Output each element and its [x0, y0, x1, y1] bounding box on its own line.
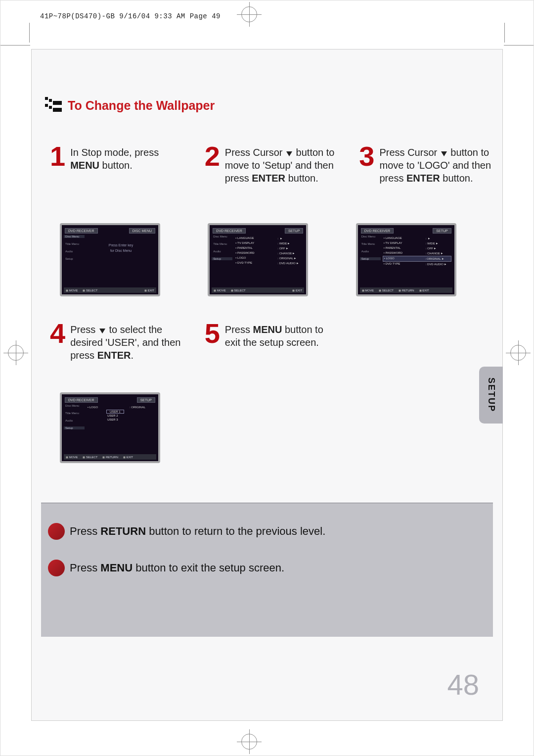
note-return: Press RETURN button to return to the pre… [48, 523, 493, 540]
osd-logo-options: DVD RECEIVER SETUP Disc Menu Title Menu … [60, 392, 160, 463]
osd-right-badge: DISC MENU [129, 228, 155, 234]
osd-left-badge: DVD RECEIVER [361, 228, 394, 234]
note-menu: Press MENU button to exit the setup scre… [48, 560, 493, 576]
step-1: 1 In Stop mode, press MENU button. [50, 144, 185, 185]
osd-body: LANGUAGE TV DISPLAYWIDE PARENTALOFF PASS… [383, 236, 451, 267]
osd-shots-row: DVD RECEIVER DISC MENU Disc Menu Title M… [60, 223, 484, 296]
step-4: 4 Press to select the desired 'USER', an… [50, 321, 185, 362]
crop-mark [504, 45, 534, 46]
osd-disc-menu: DVD RECEIVER DISC MENU Disc Menu Title M… [60, 223, 160, 296]
manual-page: { "header": { "print_info": "41P~78P(DS4… [0, 0, 534, 756]
osd-setup-logo-highlight: DVD RECEIVER SETUP Disc Menu Title Menu … [356, 223, 456, 296]
osd-footer: MOVE SELECT RETURN EXIT [360, 287, 452, 293]
step-number: 4 [50, 321, 65, 346]
osd-left-badge: DVD RECEIVER [65, 397, 98, 403]
osd-right-badge: SETUP [433, 228, 451, 234]
step-3: 3 Press Cursor button to move to 'LOGO' … [359, 144, 494, 185]
step-text: Press to select the desired 'USER', and … [70, 321, 185, 362]
note-text: Press RETURN button to return to the pre… [70, 525, 325, 538]
osd-body: LOGOORIGINAL USER 1 USER 2 USER 3 [87, 405, 155, 422]
note-text: Press MENU button to exit the setup scre… [70, 562, 284, 574]
step-number: 2 [205, 144, 220, 169]
osd-right-badge: SETUP [137, 397, 155, 403]
crop-mark [504, 23, 505, 43]
step-text: Press Cursor button to move to 'Setup' a… [225, 144, 340, 185]
pixel-arrow-icon [45, 97, 64, 114]
osd-sidebar: Disc Menu Title Menu Audio Setup [212, 235, 232, 265]
cursor-down-icon [286, 151, 292, 156]
step-2: 2 Press Cursor button to move to 'Setup'… [205, 144, 340, 185]
section-title: To Change the Wallpaper [45, 97, 215, 114]
notes-block: Press RETURN button to return to the pre… [41, 503, 493, 637]
crop-mark [0, 45, 30, 46]
side-tab-setup: SETUP [479, 367, 503, 424]
crop-mark [29, 23, 30, 43]
print-header: 41P~78P(DS470)-GB 9/16/04 9:33 AM Page 4… [40, 12, 221, 20]
osd-footer: MOVE SELECT EXIT [64, 287, 156, 293]
osd-shots-row-2: DVD RECEIVER SETUP Disc Menu Title Menu … [60, 392, 160, 463]
osd-left-badge: DVD RECEIVER [65, 228, 98, 234]
osd-body: LANGUAGE TV DISPLAYWIDE PARENTALOFF PASS… [234, 236, 303, 266]
registration-mark-icon [8, 345, 24, 361]
step-text: In Stop mode, press MENU button. [70, 144, 185, 172]
page-number: 48 [447, 668, 479, 701]
side-tab-label: SETUP [486, 378, 496, 412]
registration-mark-icon [510, 345, 526, 361]
osd-setup-menu: DVD RECEIVER SETUP Disc Menu Title Menu … [208, 223, 308, 296]
step-number: 3 [359, 144, 374, 169]
registration-mark-icon [241, 6, 257, 22]
osd-footer: MOVE SELECT EXIT [212, 287, 304, 293]
osd-sidebar: Disc Menu Title Menu Audio Setup [360, 235, 381, 265]
step-number: 1 [50, 144, 65, 169]
step-text: Press MENU button to exit the setup scre… [225, 321, 340, 349]
bullet-icon [48, 560, 65, 576]
osd-center-text: Press Enter key for Disc Menu [87, 236, 155, 253]
registration-mark-icon [241, 734, 257, 750]
step-5: 5 Press MENU button to exit the setup sc… [205, 321, 340, 362]
step-text: Press Cursor button to move to 'LOGO' an… [379, 144, 494, 185]
bullet-icon [48, 523, 65, 540]
section-title-text: To Change the Wallpaper [68, 98, 215, 113]
osd-sidebar: Disc Menu Title Menu Audio Setup [64, 235, 85, 265]
step-number: 5 [205, 321, 220, 346]
osd-left-badge: DVD RECEIVER [213, 228, 246, 234]
steps-row-2: 4 Press to select the desired 'USER', an… [50, 321, 494, 362]
cursor-down-icon [99, 329, 105, 333]
osd-footer: MOVE SELECT RETURN EXIT [64, 454, 156, 460]
osd-sidebar: Disc Menu Title Menu Audio Setup [64, 404, 85, 434]
cursor-down-icon [441, 151, 447, 156]
steps-row: 1 In Stop mode, press MENU button. 2 Pre… [50, 144, 494, 185]
osd-right-badge: SETUP [285, 228, 303, 234]
